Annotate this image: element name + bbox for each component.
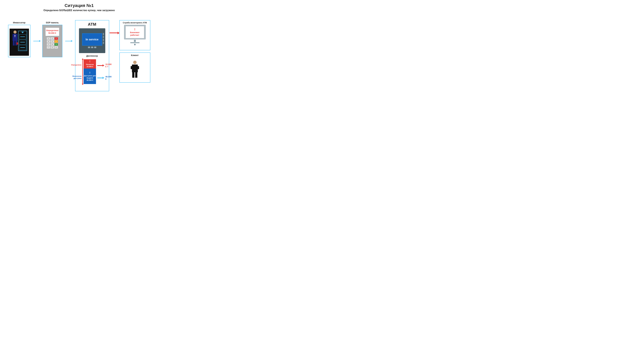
key-8[interactable]: 8 [51, 43, 54, 46]
drawer-3 [19, 45, 26, 50]
shortage-amount: 10.000 € [87, 66, 93, 68]
shortage-text: Нехватка [86, 63, 94, 66]
person-body [13, 34, 18, 41]
key-0[interactable]: 0 [51, 46, 54, 48]
leg-left [13, 41, 15, 46]
atm-btn-2 [91, 46, 93, 48]
key-star[interactable]: * [47, 46, 50, 48]
collector-label: Инкассатор [8, 21, 31, 24]
bar-shortage: ! Нехватка 10.000 € [84, 59, 96, 68]
client-legs [132, 72, 137, 78]
person-tie [15, 34, 15, 38]
monitor-stand [134, 40, 136, 42]
atm-plus-right: ATM In service [74, 20, 150, 91]
monitor-base [130, 42, 140, 43]
monitor-inner: ! Банкомат работает [126, 26, 144, 38]
bar-available: ! Доступно для выдачи 40.000 € [84, 68, 96, 84]
shortage-arrowhead-icon [103, 64, 104, 66]
atm-buttons-row [88, 46, 96, 48]
dispenser-section: Определено Физическидоступно ! [71, 59, 113, 84]
exclaim-icon-red: ! [90, 60, 90, 63]
label-determined: Определено [71, 64, 82, 66]
sop-box: Определено 50.000 € 1 2 3 4 5 6 7 8 9 [42, 25, 63, 57]
monitor-alert-text: Банкомат работает [126, 31, 144, 36]
available-arrow-label: 40.000 € [105, 76, 113, 80]
dispenser-bars: ! Нехватка 10.000 € ! Доступно для выдач… [84, 59, 96, 84]
v-arrow-line [82, 59, 83, 84]
key-7[interactable]: 7 [47, 43, 50, 46]
monitor-outer: ! Банкомат работает [124, 25, 146, 40]
red-horiz-arrow [110, 32, 118, 33]
atm-side-buttons [103, 33, 104, 44]
client-head [133, 61, 137, 64]
atm-central: ATM In service [75, 20, 109, 91]
person-head [14, 30, 17, 34]
client-label: Клиент [120, 54, 150, 56]
shortage-arrow-row: 10.000 € ? [97, 63, 113, 68]
available-arrow [97, 78, 103, 78]
monitoring-box: Служба мониторинга АТМ ! Банкомат работа… [119, 20, 150, 50]
monitor-dot-icon [134, 44, 136, 45]
available-arrow-row: 40.000 € [97, 76, 113, 80]
key-6[interactable]: 6 [55, 40, 58, 43]
v-arrow-up-icon [82, 58, 84, 60]
content-area: Инкассатор [5, 16, 154, 91]
collector-to-sop-arrow [33, 41, 40, 41]
client-body [132, 64, 138, 72]
key-hash[interactable]: # [55, 46, 58, 48]
monitoring-title: Служба мониторинга АТМ [123, 22, 147, 24]
sop-determined: Определено [46, 29, 59, 32]
sop-keypad: 1 2 3 4 5 6 7 8 9 * 0 # [47, 37, 58, 48]
available-amount: 40.000 € [87, 79, 93, 81]
key-2[interactable]: 2 [51, 37, 54, 40]
dispenser-label: Диспенсер [86, 55, 98, 57]
right-boxes-col: Служба мониторинга АТМ ! Банкомат работа… [119, 20, 150, 83]
atm-screen-text: In service [86, 38, 99, 41]
monitor-exclaim-icon: ! [134, 28, 135, 31]
drawer-1 [19, 34, 26, 39]
sop-amount: 50.000 € [48, 32, 56, 34]
key-9[interactable]: 9 [55, 43, 58, 46]
client-leg-right [135, 72, 137, 78]
arrow-blue-icon [33, 41, 40, 41]
sop-to-atm-arrow [65, 41, 71, 41]
client-box: Клиент [119, 52, 150, 83]
page: Ситуация №1 Определено БОЛЬШЕЕ количеств… [0, 0, 158, 94]
exclaim-icon-blue: ! [90, 71, 90, 74]
atm-side-btn-3 [103, 39, 104, 41]
page-subtitle: Определено БОЛЬШЕЕ количество купюр, чем… [5, 9, 154, 12]
arrow-blue-2-icon [65, 41, 71, 41]
available-text2: выдачи [87, 77, 93, 79]
key-5[interactable]: 5 [51, 40, 54, 43]
label-physical: Физическидоступно [72, 75, 82, 80]
key-1[interactable]: 1 [47, 37, 50, 40]
atm-title: ATM [88, 22, 96, 27]
sop-label: SOP панель [42, 21, 63, 24]
atm-side-btn-2 [103, 36, 104, 38]
client-arm-left [131, 66, 132, 69]
shortage-arrow [97, 65, 103, 66]
atm-safe [18, 31, 27, 51]
available-arrowhead-icon [103, 77, 104, 79]
atm-side-btn-1 [103, 33, 104, 35]
shortage-arrow-label: 10.000 € ? [105, 63, 113, 68]
key-3[interactable]: 3 [55, 37, 58, 40]
drawer-2 [19, 40, 26, 45]
atm-btn-1 [88, 46, 90, 48]
available-text1: Доступно для [84, 74, 96, 77]
left-group: Инкассатор [8, 25, 73, 57]
atm-screen: In service [82, 33, 102, 46]
down-arrow-icon [21, 32, 24, 33]
red-arrowhead-icon [118, 32, 120, 34]
atm-machine: In service [79, 28, 105, 53]
red-arrow-line [110, 32, 118, 33]
atm-side-btn-4 [103, 42, 104, 44]
sop-screen: Определено 50.000 € [45, 28, 59, 36]
disp-left-labels: Определено Физическидоступно [71, 59, 82, 84]
shortage-arrow-line [97, 65, 103, 66]
key-4[interactable]: 4 [47, 40, 50, 43]
collector-box [8, 25, 31, 57]
double-v-arrow-container [82, 59, 83, 84]
atm-to-monitoring-arrow [110, 32, 118, 33]
collector-inner [10, 29, 29, 56]
